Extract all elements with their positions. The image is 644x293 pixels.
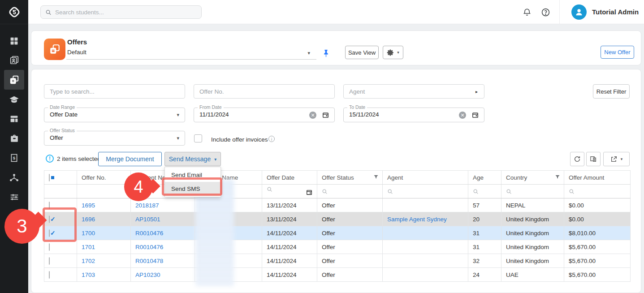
offer-no-link[interactable]: 1703 [82, 271, 95, 278]
grid-search-field[interactable] [44, 84, 185, 99]
filter-funnel-icon[interactable] [555, 174, 560, 181]
select-all-cell[interactable] [44, 171, 77, 185]
filter-cell-agent[interactable] [383, 185, 468, 198]
student-no-link[interactable]: R0010476 [135, 230, 163, 237]
filter-cell-offer-amount[interactable] [564, 185, 631, 198]
save-view-button[interactable]: Save View [345, 46, 379, 59]
col-offer-amount[interactable]: Offer Amount [564, 171, 631, 185]
new-offer-button[interactable]: New Offer [601, 46, 634, 59]
table-row[interactable]: 1696 AP10501 13/11/2024 Offer Sample Age… [44, 212, 631, 226]
filter-cell-offer-no[interactable] [77, 185, 131, 198]
date-range-value: Offer Date [50, 111, 78, 118]
filter-cell-country[interactable] [501, 185, 564, 198]
row-checkbox[interactable] [49, 243, 50, 251]
topbar: Tutorial Admin [28, 0, 644, 24]
search-icon [473, 189, 479, 194]
col-offer-status[interactable]: Offer Status [317, 171, 383, 185]
grid-search-input[interactable] [50, 88, 179, 95]
sidebar-item-offers[interactable] [0, 70, 28, 90]
person-icon [574, 7, 584, 17]
col-offer-no[interactable]: Offer No. [77, 171, 131, 185]
offer-no-link[interactable]: 1695 [82, 202, 95, 209]
cell-offer-status: Offer [317, 226, 383, 240]
offer-no-link[interactable]: 1701 [82, 244, 95, 250]
agent-filter-field[interactable]: Agent ▸ [343, 84, 484, 99]
filter-cell-age[interactable] [468, 185, 501, 198]
select-all-checkbox[interactable] [49, 174, 50, 181]
row-checkbox[interactable] [49, 271, 50, 279]
clear-icon[interactable]: ✕ [309, 112, 316, 119]
chevron-down-icon: ▾ [397, 50, 399, 55]
global-search[interactable] [40, 5, 202, 19]
sidebar-item-students[interactable] [0, 50, 28, 70]
cell-age: 57 [468, 198, 501, 212]
user-name[interactable]: Tutorial Admin [592, 0, 639, 24]
table-row[interactable]: 1701 R0010476 14/11/2024 Offer 31 United… [44, 240, 631, 254]
view-selector-value: Default [67, 49, 86, 56]
cell-offer-date: 13/11/2024 [262, 212, 317, 226]
offer-no-filter-input[interactable] [199, 88, 329, 95]
calendar-icon[interactable] [306, 189, 312, 197]
student-no-link[interactable]: R0010476 [135, 244, 163, 250]
filter-cell-offer-date[interactable] [262, 185, 317, 198]
export-button[interactable]: ▾ [603, 152, 630, 166]
filter-cell-offer-status[interactable] [317, 185, 383, 198]
sidebar-item-invoices[interactable]: $ [0, 148, 28, 168]
send-message-button[interactable]: Send Message ▾ [164, 152, 221, 166]
offer-status-select[interactable]: Offer Status Offer ▾ [44, 131, 185, 146]
agent-link[interactable]: Sample Agent Sydney [387, 216, 447, 223]
merge-document-button[interactable]: Merge Document [98, 152, 162, 166]
sidebar-item-agents[interactable] [0, 168, 28, 187]
pin-view-button[interactable] [320, 47, 331, 60]
column-chooser-button[interactable] [586, 152, 601, 166]
filter-funnel-icon[interactable] [373, 174, 379, 181]
col-age[interactable]: Age [468, 171, 501, 185]
offer-no-link[interactable]: 1700 [82, 230, 95, 237]
row-checkbox-cell[interactable] [44, 240, 77, 254]
sidebar-item-settings[interactable] [0, 187, 28, 207]
include-offer-invoices-checkbox[interactable] [194, 134, 202, 142]
from-date-field[interactable]: From Date 11/11/2024 ✕ [194, 108, 335, 122]
offer-no-link[interactable]: 1702 [82, 258, 95, 264]
sidebar-item-dashboard[interactable] [0, 31, 28, 51]
sidebar-item-courses[interactable] [0, 90, 28, 109]
calendar-icon[interactable] [322, 112, 329, 120]
row-checkbox-cell[interactable] [44, 268, 77, 282]
cell-offer-date: 14/11/2024 [262, 268, 317, 282]
col-country[interactable]: Country [501, 171, 564, 185]
search-students-input[interactable] [55, 9, 197, 16]
offer-no-filter-field[interactable] [194, 84, 335, 99]
help-icon [541, 8, 550, 17]
sidebar-item-classes[interactable] [0, 109, 28, 129]
cell-offer-date: 14/11/2024 [262, 254, 317, 268]
view-selector[interactable]: Default ▾ [66, 48, 316, 60]
col-offer-date[interactable]: Offer Date [262, 171, 317, 185]
to-date-label: To Date [347, 104, 367, 110]
student-no-link[interactable]: AP10501 [135, 216, 160, 223]
table-row[interactable]: 1695 2018187 13/11/2024 Offer 57 NEPAL $… [44, 198, 631, 212]
table-row[interactable]: 1703 AP10230 14/11/2024 Offer 24 UAE $5,… [44, 268, 631, 282]
selection-count: 2 items selected [57, 155, 101, 162]
col-agent[interactable]: Agent [383, 171, 468, 185]
refresh-button[interactable] [570, 152, 584, 166]
notifications-button[interactable] [521, 6, 533, 18]
offer-status-value: Offer [50, 134, 63, 141]
to-date-field[interactable]: To Date 15/11/2024 ✕ [343, 108, 484, 122]
student-no-link[interactable]: R0010478 [135, 258, 163, 264]
app-logo-icon[interactable] [0, 0, 28, 24]
calendar-icon[interactable] [472, 112, 479, 120]
sidebar-item-jobs[interactable] [0, 129, 28, 148]
reset-filter-button[interactable]: Reset Filter [593, 84, 630, 99]
view-settings-button[interactable]: ▾ [383, 46, 403, 59]
student-no-link[interactable]: AP10230 [135, 271, 160, 278]
row-checkbox[interactable] [49, 257, 50, 265]
student-no-link[interactable]: 2018187 [135, 202, 159, 209]
clear-icon[interactable]: ✕ [459, 112, 466, 119]
row-checkbox-cell[interactable] [44, 254, 77, 268]
offer-no-link[interactable]: 1696 [82, 216, 95, 223]
table-row[interactable]: 1702 R0010478 14/11/2024 Offer 32 United… [44, 254, 631, 268]
table-row[interactable]: 1700 R0010476 14/11/2024 Offer 31 United… [44, 226, 631, 240]
user-avatar[interactable] [571, 4, 587, 20]
date-range-select[interactable]: Date Range Offer Date ▾ [44, 108, 185, 122]
help-button[interactable] [540, 6, 551, 18]
